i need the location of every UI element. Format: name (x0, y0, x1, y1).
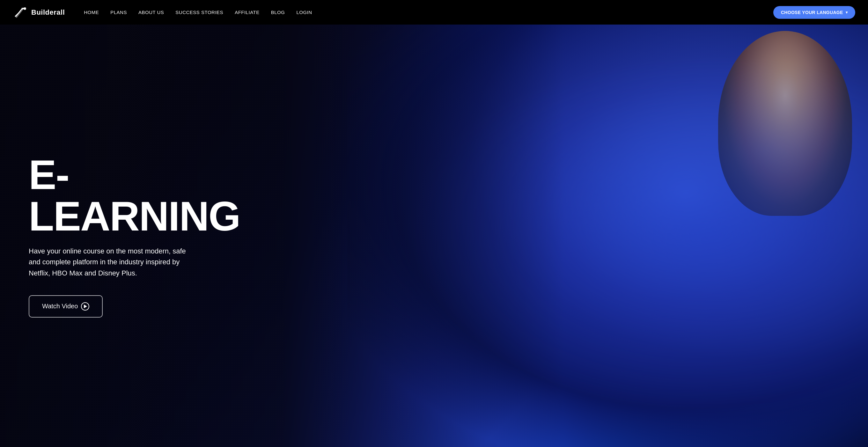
nav-item-success-stories[interactable]: SUCCESS STORIES (175, 9, 223, 15)
language-button-label: CHOOSE YOUR LANGUAGE (781, 10, 843, 15)
nav-item-plans[interactable]: PLANS (110, 9, 127, 15)
hero-content: E-LEARNING Have your online course on th… (0, 25, 287, 447)
svg-point-2 (23, 8, 25, 9)
nav-menu: HOME PLANS ABOUT US SUCCESS STORIES AFFI… (84, 9, 773, 15)
builderall-logo-icon (13, 5, 28, 20)
nav-item-about-us[interactable]: ABOUT US (138, 9, 164, 15)
watch-video-button[interactable]: Watch Video (29, 295, 103, 318)
nav-item-login[interactable]: LOGIN (296, 9, 312, 15)
hero-subtitle: Have your online course on the most mode… (29, 246, 194, 278)
play-triangle-icon (84, 305, 87, 308)
navbar: Builderall HOME PLANS ABOUT US SUCCESS S… (0, 0, 868, 25)
nav-item-blog[interactable]: BLOG (271, 9, 285, 15)
navbar-actions: CHOOSE YOUR LANGUAGE ▾ (773, 6, 855, 19)
language-selector-button[interactable]: CHOOSE YOUR LANGUAGE ▾ (773, 6, 855, 19)
brand-logo-link[interactable]: Builderall (13, 5, 65, 20)
play-icon (81, 302, 89, 311)
watch-video-label: Watch Video (42, 302, 78, 310)
hero-section: E-LEARNING Have your online course on th… (0, 25, 868, 447)
nav-item-affiliate[interactable]: AFFILIATE (235, 9, 259, 15)
nav-item-home[interactable]: HOME (84, 9, 99, 15)
brand-name: Builderall (31, 8, 65, 17)
hero-title: E-LEARNING (29, 154, 258, 237)
chevron-down-icon: ▾ (846, 10, 847, 15)
